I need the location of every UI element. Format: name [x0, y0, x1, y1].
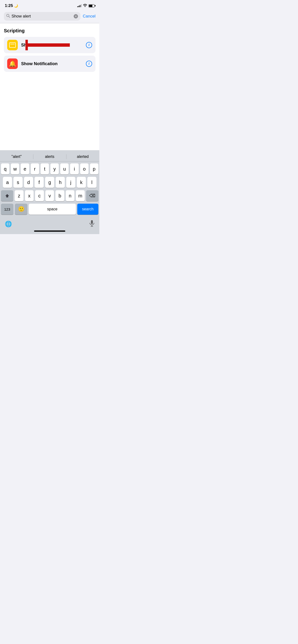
key-u[interactable]: u — [60, 164, 69, 174]
key-n[interactable]: n — [66, 190, 75, 201]
globe-icon[interactable]: 🌐 — [5, 221, 12, 227]
key-b[interactable]: b — [55, 190, 64, 201]
shift-key[interactable] — [1, 190, 13, 201]
key-d[interactable]: d — [24, 177, 33, 188]
numbers-key[interactable]: 123 — [1, 204, 14, 215]
emoji-key[interactable]: 🙂 — [15, 204, 27, 215]
clear-button[interactable] — [74, 14, 78, 18]
search-icon — [6, 14, 10, 19]
key-j[interactable]: j — [66, 177, 75, 188]
wifi-icon — [83, 4, 87, 8]
keyboard: "alert" alerts alerted q w e r t y u i o… — [0, 150, 99, 229]
space-key[interactable]: space — [29, 204, 76, 215]
autocomplete-alerts[interactable]: alerts — [33, 154, 66, 160]
main-content: Scripting Show Alert i 🔔 Show Notifi — [0, 23, 99, 150]
key-g[interactable]: g — [45, 177, 54, 188]
keyboard-bottom-bar: 🌐 — [0, 218, 99, 229]
signal-icon — [77, 4, 82, 7]
moon-icon: 🌙 — [14, 4, 18, 8]
status-time: 1:25 — [5, 3, 13, 8]
mic-icon[interactable] — [89, 220, 95, 228]
window-icon — [9, 42, 16, 48]
key-row-4: 123 🙂 space search — [1, 204, 98, 215]
search-input[interactable]: Show alert — [12, 14, 72, 19]
key-p[interactable]: p — [90, 164, 98, 174]
key-v[interactable]: v — [45, 190, 54, 201]
key-r[interactable]: r — [31, 164, 39, 174]
key-h[interactable]: h — [56, 177, 65, 188]
status-icons — [77, 4, 95, 8]
search-bar[interactable]: Show alert — [4, 12, 80, 20]
key-q[interactable]: q — [1, 164, 9, 174]
key-row-2: a s d f g h j k l — [1, 177, 98, 188]
delete-key[interactable]: ⌫ — [86, 190, 98, 201]
show-notification-item[interactable]: 🔔 Show Notification i — [4, 56, 95, 72]
key-i[interactable]: i — [70, 164, 78, 174]
home-indicator — [0, 229, 99, 234]
key-f[interactable]: f — [35, 177, 44, 188]
show-alert-label: Show Alert — [21, 43, 86, 48]
search-container: Show alert Cancel — [0, 10, 99, 23]
autocomplete-alert[interactable]: "alert" — [0, 154, 33, 160]
cancel-button[interactable]: Cancel — [83, 14, 95, 19]
show-notification-info-button[interactable]: i — [86, 60, 92, 67]
show-notification-label: Show Notification — [21, 61, 86, 66]
key-s[interactable]: s — [14, 177, 23, 188]
show-alert-icon — [7, 40, 18, 50]
key-m[interactable]: m — [76, 190, 85, 201]
keyboard-rows: q w e r t y u i o p a s d f g h j k l — [0, 162, 99, 218]
search-key[interactable]: search — [77, 204, 98, 215]
svg-line-1 — [9, 16, 10, 18]
key-l[interactable]: l — [87, 177, 96, 188]
status-bar: 1:25 🌙 — [0, 0, 99, 10]
key-row-3: z x c v b n m ⌫ — [1, 190, 98, 201]
svg-rect-4 — [91, 220, 93, 224]
show-alert-info-button[interactable]: i — [86, 42, 92, 48]
key-a[interactable]: a — [3, 177, 12, 188]
key-o[interactable]: o — [80, 164, 89, 174]
show-alert-item[interactable]: Show Alert i — [4, 37, 95, 53]
key-y[interactable]: y — [50, 164, 59, 174]
autocomplete-alerted[interactable]: alerted — [66, 154, 99, 160]
home-bar — [34, 230, 65, 232]
key-e[interactable]: e — [21, 164, 29, 174]
key-t[interactable]: t — [41, 164, 49, 174]
bell-icon: 🔔 — [9, 60, 16, 67]
info-icon-2: i — [89, 62, 89, 66]
autocomplete-bar: "alert" alerts alerted — [0, 152, 99, 162]
show-alert-row-wrap: Show Alert i — [4, 37, 95, 53]
key-z[interactable]: z — [15, 190, 24, 201]
key-x[interactable]: x — [25, 190, 34, 201]
show-notification-icon: 🔔 — [7, 58, 18, 69]
key-w[interactable]: w — [11, 164, 19, 174]
info-icon: i — [89, 43, 89, 47]
section-title: Scripting — [4, 28, 95, 34]
key-k[interactable]: k — [77, 177, 86, 188]
key-row-1: q w e r t y u i o p — [1, 164, 98, 174]
battery-icon — [89, 4, 95, 8]
key-c[interactable]: c — [35, 190, 44, 201]
